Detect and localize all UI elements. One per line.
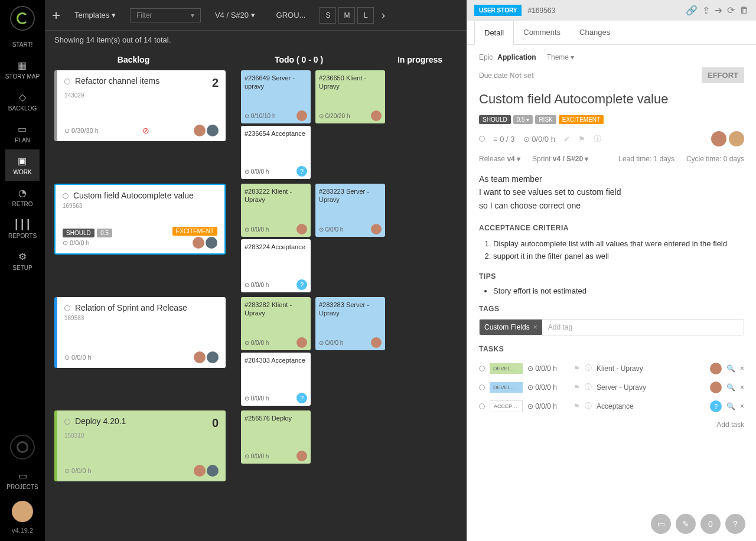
theme-dropdown[interactable]: Theme ▾ [547, 53, 575, 61]
avatar[interactable] [207, 125, 219, 136]
size-s[interactable]: S [320, 7, 336, 24]
avatar[interactable] [371, 224, 382, 234]
status-dot[interactable] [64, 79, 70, 84]
tag-remove-icon[interactable]: × [533, 323, 537, 331]
tag-chip[interactable]: Custom Fields× [480, 320, 542, 335]
group-dropdown[interactable]: GROU... [269, 7, 313, 23]
assignee-avatar[interactable] [711, 131, 726, 146]
info-icon[interactable]: ⓘ [594, 133, 601, 144]
epic-value[interactable]: Application [497, 53, 536, 61]
nav-setup[interactable]: ⚙SETUP [5, 245, 40, 277]
link-icon[interactable]: 🔗 [686, 5, 698, 16]
logo[interactable] [10, 6, 35, 31]
task-avatar[interactable] [710, 382, 722, 393]
nav-backlog[interactable]: ◇BACKLOG [5, 86, 40, 118]
status-dot[interactable] [479, 136, 485, 142]
warning-icon[interactable]: ⊘ [142, 126, 149, 135]
story-card[interactable]: Relation of Sprint and Release169583⊙ 0/… [54, 297, 226, 368]
avatar[interactable] [194, 351, 206, 363]
info-icon[interactable]: ⓘ [585, 363, 592, 373]
due-value[interactable]: Not set [510, 71, 534, 80]
avatar[interactable] [371, 110, 382, 121]
task-row[interactable]: DEVELOPM...⊙ 0/0/0 h⚑ⓘKlient - Upravy🔍× [479, 359, 744, 378]
flag-icon[interactable]: ⚑ [578, 135, 585, 144]
start-button[interactable]: START! [0, 35, 45, 54]
fab-edit[interactable]: ✎ [676, 514, 696, 534]
version-dropdown[interactable]: V4 / S#20 ▾ [208, 7, 262, 23]
avatar[interactable] [296, 110, 307, 121]
search-icon[interactable]: 🔍 [726, 383, 735, 392]
close-icon[interactable]: × [740, 402, 744, 410]
task-row[interactable]: ACCEPTAN...⊙ 0/0/0 h⚑ⓘAcceptance?🔍× [479, 397, 744, 416]
description[interactable]: As team memberI want to see values set t… [479, 172, 744, 212]
size-l[interactable]: L [357, 7, 374, 24]
sprint-dropdown[interactable]: v4 / S#20 ▾ [553, 155, 589, 163]
avatar[interactable] [296, 337, 307, 348]
task-dot[interactable] [479, 403, 485, 409]
task-dot[interactable] [479, 384, 485, 390]
close-icon[interactable]: × [740, 364, 744, 373]
search-icon[interactable]: 🔍 [726, 402, 735, 410]
flag-icon[interactable]: ⚑ [573, 402, 580, 410]
task-row[interactable]: DEVELOPM...⊙ 0/0/0 h⚑ⓘServer - Upravy🔍× [479, 378, 744, 397]
help-icon[interactable]: ? [296, 393, 307, 403]
task-dot[interactable] [479, 366, 485, 371]
story-title[interactable]: Custom field Autocomplete value [479, 92, 744, 107]
task-card[interactable]: #283222 Klient - Upravy⊙ 0/0/0 h [241, 184, 311, 237]
nav-story-map[interactable]: ▦STORY MAP [5, 54, 40, 86]
task-card[interactable]: #284303 Acceptance⊙ 0/0/0 h? [241, 353, 311, 406]
close-icon[interactable]: × [740, 383, 744, 392]
points-badge[interactable]: 0.5 ▾ [513, 115, 533, 124]
nav-reports[interactable]: ┃┃┃REPORTS [5, 213, 40, 245]
delete-icon[interactable]: 🗑 [739, 5, 749, 16]
help-icon[interactable]: ? [296, 279, 307, 290]
task-card[interactable]: #236654 Acceptance⊙ 0/0/0 h? [241, 126, 311, 179]
check-icon[interactable]: ✔ [563, 135, 570, 144]
search-icon[interactable]: 🔍 [726, 364, 735, 373]
user-avatar[interactable] [12, 501, 33, 522]
help-icon[interactable]: ? [710, 400, 722, 412]
story-card[interactable]: Refactor channel items2143029⊙ 0/30/30 h… [54, 70, 226, 141]
share-icon[interactable]: ⇪ [702, 5, 710, 16]
story-card[interactable]: Deploy 4.20.10150310⊙ 0/0/0 h [54, 410, 226, 481]
task-card[interactable]: #283223 Server - Upravy⊙ 0/0/0 h [315, 184, 385, 237]
release-dropdown[interactable]: v4 ▾ [507, 155, 520, 163]
add-tag-input[interactable]: Add tag [542, 320, 744, 335]
avatar[interactable] [296, 224, 307, 234]
task-card[interactable]: #283282 Klient - Upravy⊙ 0/0/0 h [241, 297, 311, 350]
status-dot[interactable] [64, 419, 70, 425]
avatar[interactable] [207, 465, 219, 477]
add-button[interactable]: + [52, 7, 60, 24]
avatar[interactable] [206, 237, 217, 249]
tab-detail[interactable]: Detail [474, 21, 514, 45]
fab-help[interactable]: ? [725, 514, 745, 534]
task-card[interactable]: #236649 Server - upravy⊙ 0/10/10 h [241, 70, 311, 123]
should-badge[interactable]: SHOULD [479, 115, 511, 124]
nav-retro[interactable]: ◔RETRO [5, 181, 40, 213]
info-icon[interactable]: ⓘ [585, 382, 592, 392]
help-icon[interactable]: ? [296, 166, 307, 177]
avatar[interactable] [194, 465, 206, 477]
task-avatar[interactable] [710, 363, 722, 374]
task-card[interactable]: #256576 Deploy⊙ 0/0/0 h [241, 410, 311, 464]
tab-changes[interactable]: Changes [570, 21, 620, 44]
flag-icon[interactable]: ⚑ [573, 383, 580, 392]
excitement-badge[interactable]: EXCITEMENT [559, 115, 604, 124]
filter-input[interactable]: Filter▾ [130, 8, 201, 22]
avatar[interactable] [296, 451, 307, 461]
tab-comments[interactable]: Comments [514, 21, 570, 44]
nav-plan[interactable]: ▭PLAN [5, 118, 40, 149]
risk-badge[interactable]: RISK [535, 115, 556, 124]
info-icon[interactable]: ⓘ [585, 401, 592, 411]
fab-copy[interactable]: ▭ [651, 514, 671, 534]
avatar[interactable] [194, 125, 206, 136]
task-card[interactable]: #283224 Acceptance⊙ 0/0/0 h? [241, 239, 311, 292]
refresh-icon[interactable]: ⟳ [727, 5, 735, 16]
effort-button[interactable]: EFFORT [702, 67, 744, 83]
story-card[interactable]: Custom field Autocomplete value169563SHO… [54, 184, 226, 255]
fab-count[interactable]: 0 [700, 514, 721, 534]
collapse-icon[interactable] [10, 435, 35, 459]
avatar[interactable] [371, 337, 382, 348]
task-card[interactable]: #283283 Server - Upravy⊙ 0/0/0 h [315, 297, 385, 350]
status-dot[interactable] [63, 193, 69, 199]
